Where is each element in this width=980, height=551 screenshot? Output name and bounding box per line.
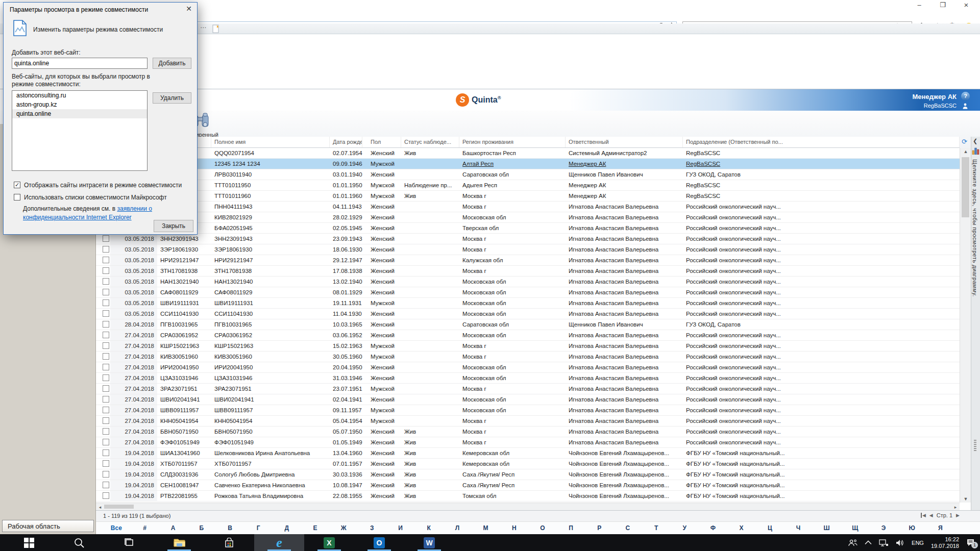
- column-header[interactable]: Ответственный: [566, 137, 683, 147]
- table-row[interactable]: 19.04.2018РТВ22081955Рожкова Татьяна Вла…: [96, 491, 960, 502]
- taskbar-search-button[interactable]: [54, 534, 104, 551]
- row-checkbox[interactable]: [103, 385, 109, 392]
- alphabet-filter-letter[interactable]: К: [414, 524, 443, 532]
- table-row[interactable]: 27.04.2018ФЭФ01051949ФЭФ0105194901.05.19…: [96, 437, 960, 448]
- table-row[interactable]: 03.05.2018ЗТН17081938ЗТН1708193817.08.19…: [96, 266, 960, 277]
- ms-lists-checkbox[interactable]: [14, 194, 20, 201]
- alphabet-filter-letter[interactable]: И: [386, 524, 415, 532]
- help-icon[interactable]: ?: [961, 92, 970, 101]
- taskbar-excel-button[interactable]: X: [304, 534, 354, 551]
- row-checkbox[interactable]: [103, 246, 109, 253]
- taskbar-word-button[interactable]: W: [404, 534, 454, 551]
- add-site-button[interactable]: Добавить: [153, 58, 191, 69]
- scroll-left-icon[interactable]: ◂: [97, 505, 103, 510]
- row-checkbox[interactable]: [103, 332, 109, 338]
- alphabet-filter-letter[interactable]: Ю: [898, 524, 926, 532]
- compat-sites-list[interactable]: astonconsulting.ruaston-group.kzquinta.o…: [12, 90, 148, 171]
- row-checkbox[interactable]: [103, 267, 109, 274]
- row-checkbox[interactable]: [103, 492, 109, 499]
- table-row[interactable]: 28.04.2018ПГВ10031965ПГВ1003196510.03.19…: [96, 319, 960, 330]
- table-row[interactable]: 03.05.2018ШВИ19111931ШВИ1911193119.11.19…: [96, 298, 960, 309]
- taskbar-store-button[interactable]: [204, 534, 254, 551]
- table-row[interactable]: 27.04.2018ЗРА23071951ЗРА2307195123.07.19…: [96, 384, 960, 394]
- vertical-scroll-thumb[interactable]: [962, 157, 969, 217]
- alphabet-filter-letter[interactable]: Ч: [784, 524, 813, 532]
- alphabet-filter-letter[interactable]: В: [216, 524, 244, 532]
- previous-page-icon[interactable]: ◀: [929, 513, 933, 518]
- table-row[interactable]: 03.05.2018САФ08011929САФ0801192908.01.19…: [96, 287, 960, 298]
- table-row[interactable]: 27.04.2018ИРИ20041950ИРИ2004195020.04.19…: [96, 362, 960, 373]
- taskbar-start-button[interactable]: [4, 534, 54, 551]
- alphabet-filter-letter[interactable]: Н: [500, 524, 528, 532]
- compat-site-item[interactable]: quinta.online: [12, 109, 147, 118]
- alphabet-filter-letter[interactable]: Я: [926, 524, 954, 532]
- remove-site-button[interactable]: Удалить: [153, 92, 191, 104]
- language-indicator[interactable]: ENG: [912, 540, 924, 546]
- table-row[interactable]: 19.04.2018СЕН10081947Савченко Екатерина …: [96, 480, 960, 491]
- table-row[interactable]: ТТТ0101196001.01.1960МужскойЖивМосква гМ…: [96, 191, 960, 202]
- tray-expand-chevron-icon[interactable]: [865, 540, 872, 545]
- row-checkbox[interactable]: [103, 310, 109, 317]
- taskbar-outlook-button[interactable]: O: [354, 534, 404, 551]
- table-row[interactable]: 27.04.2018КИВ30051960КИВ3005196030.05.19…: [96, 352, 960, 362]
- chart-icon[interactable]: [972, 147, 979, 155]
- column-header[interactable]: Статус наблюде...: [401, 137, 459, 147]
- alphabet-filter-letter[interactable]: Ц: [755, 524, 784, 532]
- new-tab-icon[interactable]: [212, 24, 219, 33]
- row-checkbox[interactable]: [103, 321, 109, 328]
- vertical-scrollbar[interactable]: ▲ ▼: [960, 148, 971, 503]
- horizontal-scrollbar[interactable]: ◂ ▸: [96, 503, 960, 510]
- row-checkbox[interactable]: [103, 374, 109, 381]
- table-row[interactable]: 19.04.2018ШИА13041960Шелковникова Ирина …: [96, 448, 960, 459]
- table-row[interactable]: 03.05.2018НРИ29121947НРИ2912194729.12.19…: [96, 255, 960, 266]
- table-row[interactable]: 19.04.2018ХТБ07011957ХТБ0701195707.01.19…: [96, 459, 960, 469]
- sidebar-item-workspace[interactable]: Рабочая область: [2, 520, 94, 532]
- table-row[interactable]: 27.04.2018СРА03061952СРА0306195203.06.19…: [96, 330, 960, 341]
- column-header[interactable]: Дата рождения...: [330, 137, 362, 147]
- table-row[interactable]: QQQ0207195402.07.1954ЖенскийЖивБашкортос…: [96, 148, 960, 159]
- column-header[interactable]: Пол: [362, 137, 401, 147]
- alphabet-filter-letter[interactable]: Х: [727, 524, 756, 532]
- alphabet-filter-letter[interactable]: Д: [273, 524, 301, 532]
- table-row[interactable]: 27.04.2018КШР15021963КШР1502196315.02.19…: [96, 341, 960, 352]
- alphabet-filter-letter[interactable]: О: [528, 524, 557, 532]
- table-row[interactable]: 27.04.2018ШВИ02041941ШВИ0204194102.04.19…: [96, 394, 960, 405]
- alphabet-filter-letter[interactable]: #: [131, 524, 159, 532]
- alphabet-filter-letter[interactable]: Ш: [813, 524, 841, 532]
- alphabet-filter-letter[interactable]: С: [614, 524, 642, 532]
- row-checkbox[interactable]: [103, 439, 109, 445]
- row-checkbox[interactable]: [103, 449, 109, 456]
- panel-expand-chevron-icon[interactable]: ❮: [973, 138, 977, 144]
- intranet-checkbox[interactable]: ✓: [14, 182, 20, 188]
- table-row[interactable]: ПНН0411194304.11.1943ЖенскийМосква гИгна…: [96, 202, 960, 212]
- alphabet-filter-letter[interactable]: Л: [443, 524, 472, 532]
- alphabet-filter-letter[interactable]: Б: [187, 524, 216, 532]
- taskbar-task-view-button[interactable]: [104, 534, 154, 551]
- row-checkbox[interactable]: [103, 460, 109, 467]
- table-row[interactable]: КИВ2802192928.02.1929ЖенскийМосковская о…: [96, 212, 960, 223]
- window-close-button[interactable]: ×: [959, 1, 974, 9]
- row-checkbox[interactable]: [103, 342, 109, 349]
- table-row[interactable]: 19.04.2018СЛД30031936Сологуб Любовь Дмит…: [96, 469, 960, 480]
- table-row[interactable]: 03.05.2018ЗНН23091943ЗНН2309194323.09.19…: [96, 234, 960, 244]
- alphabet-filter-letter[interactable]: Э: [869, 524, 898, 532]
- chart-panel-hint[interactable]: Щелкните здесь, чтобы просмотреть диагра…: [972, 159, 978, 297]
- row-checkbox[interactable]: [103, 482, 109, 488]
- alphabet-filter-letter[interactable]: Т: [642, 524, 671, 532]
- window-minimize-button[interactable]: –: [912, 1, 927, 9]
- window-restore-button[interactable]: ❒: [935, 1, 950, 9]
- table-row[interactable]: 03.05.2018ССИ11041930ССИ1104193011.04.19…: [96, 309, 960, 319]
- volume-icon[interactable]: [896, 539, 904, 546]
- alphabet-filter-letter[interactable]: Ф: [699, 524, 727, 532]
- alphabet-filter-letter[interactable]: Щ: [841, 524, 869, 532]
- table-row[interactable]: 27.04.2018БВН05071950БВН0507195005.07.19…: [96, 427, 960, 437]
- row-checkbox[interactable]: [103, 299, 109, 306]
- column-header[interactable]: Регион проживания: [459, 137, 566, 147]
- table-row[interactable]: 27.04.2018ЦЗА31031946ЦЗА3103194631.03.19…: [96, 373, 960, 384]
- alphabet-filter-letter[interactable]: Р: [585, 524, 614, 532]
- column-header[interactable]: Полное имя: [211, 137, 330, 147]
- table-row[interactable]: 03.05.2018НАН13021940НАН1302194013.02.19…: [96, 277, 960, 287]
- row-checkbox[interactable]: [103, 257, 109, 263]
- first-page-icon[interactable]: ◀: [921, 513, 926, 518]
- dialog-close-button[interactable]: Закрыть: [154, 220, 193, 232]
